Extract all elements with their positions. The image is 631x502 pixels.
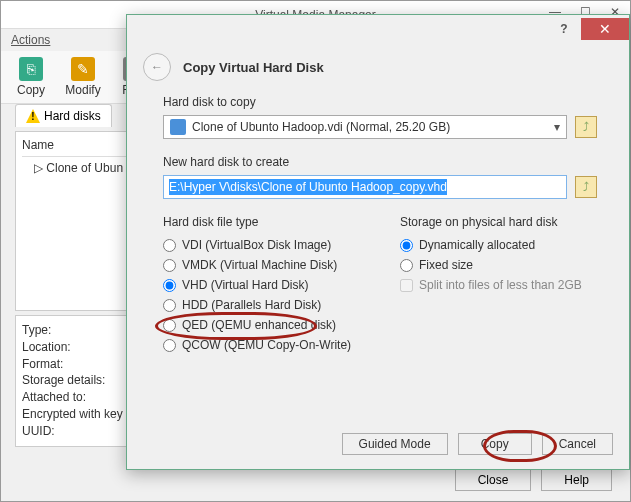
browse-dest-button[interactable]: ⤴ xyxy=(575,176,597,198)
dialog-title: Copy Virtual Hard Disk xyxy=(183,60,324,75)
new-disk-label: New hard disk to create xyxy=(163,155,597,169)
storage-label: Storage on physical hard disk xyxy=(400,215,597,229)
browse-source-button[interactable]: ⤴ xyxy=(575,116,597,138)
help-icon[interactable]: ? xyxy=(547,18,581,40)
copy-source-label: Hard disk to copy xyxy=(163,95,597,109)
radio-vhd[interactable]: VHD (Virtual Hard Disk) xyxy=(163,275,360,295)
radio-vdi[interactable]: VDI (VirtualBox Disk Image) xyxy=(163,235,360,255)
arrow-left-icon: ← xyxy=(151,60,163,74)
folder-open-icon: ⤴ xyxy=(583,120,589,134)
radio-hdd[interactable]: HDD (Parallels Hard Disk) xyxy=(163,295,360,315)
disk-icon xyxy=(170,119,186,135)
radio-qed[interactable]: QED (QEMU enhanced disk) xyxy=(163,315,360,335)
copy-button[interactable]: Copy xyxy=(458,433,532,455)
copy-icon: ⎘ xyxy=(19,57,43,81)
modify-icon: ✎ xyxy=(71,57,95,81)
toolbar-modify[interactable]: ✎Modify xyxy=(63,57,103,97)
dialog-close-button[interactable]: ✕ xyxy=(581,18,629,40)
new-disk-path-input[interactable]: E:\Hyper V\disks\Clone of Ubunto Hadoop_… xyxy=(163,175,567,199)
radio-fixed[interactable]: Fixed size xyxy=(400,255,597,275)
help-button[interactable]: Help xyxy=(541,469,612,491)
check-split: Split into files of less than 2GB xyxy=(400,275,597,295)
dlg-titlebar: ? ✕ xyxy=(127,15,629,43)
warning-icon: ! xyxy=(26,109,40,123)
radio-dynamic[interactable]: Dynamically allocated xyxy=(400,235,597,255)
cancel-button[interactable]: Cancel xyxy=(542,433,613,455)
radio-vmdk[interactable]: VMDK (Virtual Machine Disk) xyxy=(163,255,360,275)
close-button[interactable]: Close xyxy=(455,469,532,491)
back-button[interactable]: ← xyxy=(143,53,171,81)
folder-open-icon: ⤴ xyxy=(583,180,589,194)
toolbar-copy[interactable]: ⎘Copy xyxy=(11,57,51,97)
file-type-label: Hard disk file type xyxy=(163,215,360,229)
radio-qcow[interactable]: QCOW (QEMU Copy-On-Write) xyxy=(163,335,360,355)
guided-mode-button[interactable]: Guided Mode xyxy=(342,433,448,455)
chevron-down-icon: ▾ xyxy=(554,120,560,134)
copy-hard-disk-dialog: ? ✕ ← Copy Virtual Hard Disk Hard disk t… xyxy=(126,14,630,470)
tab-hard-disks[interactable]: ! Hard disks xyxy=(15,104,112,127)
source-disk-combo[interactable]: Clone of Ubunto Hadoop.vdi (Normal, 25.2… xyxy=(163,115,567,139)
